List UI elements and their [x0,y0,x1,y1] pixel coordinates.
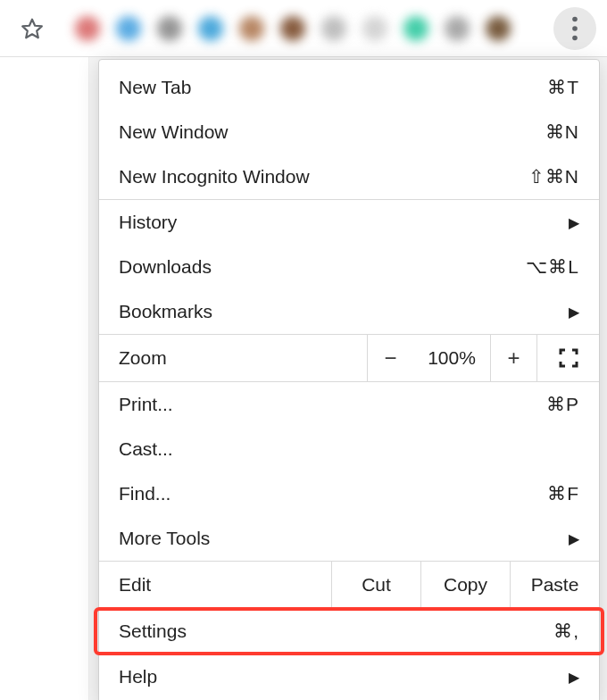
menu-shortcut: ⌘T [547,77,579,98]
menu-item-print[interactable]: Print... ⌘P [99,382,599,427]
fullscreen-icon [559,348,578,368]
menu-item-more-tools[interactable]: More Tools ▶ [99,516,599,561]
menu-item-history[interactable]: History ▶ [99,200,599,245]
zoom-in-button[interactable]: + [490,335,536,381]
chevron-right-icon: ▶ [569,214,579,231]
menu-label: New Incognito Window [119,166,528,188]
menu-item-new-incognito[interactable]: New Incognito Window ⇧⌘N [99,154,599,199]
menu-item-downloads[interactable]: Downloads ⌥⌘L [99,245,599,289]
extension-icon[interactable] [239,16,264,41]
menu-shortcut: ⌥⌘L [526,256,579,278]
edit-label: Edit [99,562,331,608]
zoom-value: 100% [413,335,490,381]
menu-item-cast[interactable]: Cast... [99,427,599,471]
edit-paste-button[interactable]: Paste [510,562,599,608]
chrome-menu-button[interactable] [553,7,596,50]
menu-item-settings[interactable]: Settings ⌘, [99,609,599,654]
extension-icon[interactable] [362,16,387,41]
menu-shortcut: ⌘N [545,121,579,143]
menu-shortcut: ⌘F [547,483,579,504]
menu-item-bookmarks[interactable]: Bookmarks ▶ [99,289,599,334]
menu-item-zoom: Zoom − 100% + [99,334,599,382]
svg-marker-0 [22,19,42,38]
menu-label: Cast... [119,438,579,460]
menu-item-edit: Edit Cut Copy Paste [99,561,599,609]
menu-item-help[interactable]: Help ▶ [99,654,599,699]
menu-item-new-tab[interactable]: New Tab ⌘T [99,65,599,110]
menu-label: New Window [119,121,545,143]
browser-toolbar [0,0,607,57]
menu-item-find[interactable]: Find... ⌘F [99,471,599,516]
svg-point-1 [572,17,578,22]
menu-label: Downloads [119,256,526,278]
chevron-right-icon: ▶ [569,530,579,547]
menu-label: Print... [119,394,546,415]
extension-icon[interactable] [445,16,470,41]
extension-icon[interactable] [403,16,428,41]
bookmark-star-button[interactable] [11,7,54,50]
menu-label: Help [119,666,569,688]
menu-label: New Tab [119,77,547,98]
menu-label: Bookmarks [119,301,569,322]
vertical-dots-icon [571,16,578,41]
extension-icon[interactable] [75,16,100,41]
menu-label: Find... [119,483,547,504]
menu-label: History [119,212,569,233]
extension-icon[interactable] [198,16,223,41]
page-content-area [0,57,89,700]
menu-shortcut: ⌘P [546,394,579,415]
zoom-label: Zoom [99,335,367,381]
extension-icon[interactable] [157,16,182,41]
edit-cut-button[interactable]: Cut [331,562,420,608]
fullscreen-button[interactable] [536,335,599,381]
extension-icon[interactable] [116,16,141,41]
edit-copy-button[interactable]: Copy [420,562,510,608]
menu-label: More Tools [119,528,569,549]
extension-icon[interactable] [321,16,346,41]
zoom-out-button[interactable]: − [367,335,413,381]
star-icon [21,17,44,40]
chrome-main-menu: New Tab ⌘T New Window ⌘N New Incognito W… [98,59,600,700]
menu-item-new-window[interactable]: New Window ⌘N [99,110,599,154]
extension-icons-row [75,16,511,41]
chevron-right-icon: ▶ [569,669,579,686]
svg-point-2 [572,26,578,31]
menu-shortcut: ⇧⌘N [528,166,579,188]
chevron-right-icon: ▶ [569,304,579,321]
menu-shortcut: ⌘, [553,621,579,642]
extension-icon[interactable] [486,16,511,41]
svg-point-3 [572,36,578,41]
extension-icon[interactable] [280,16,305,41]
menu-label: Settings [119,621,553,642]
